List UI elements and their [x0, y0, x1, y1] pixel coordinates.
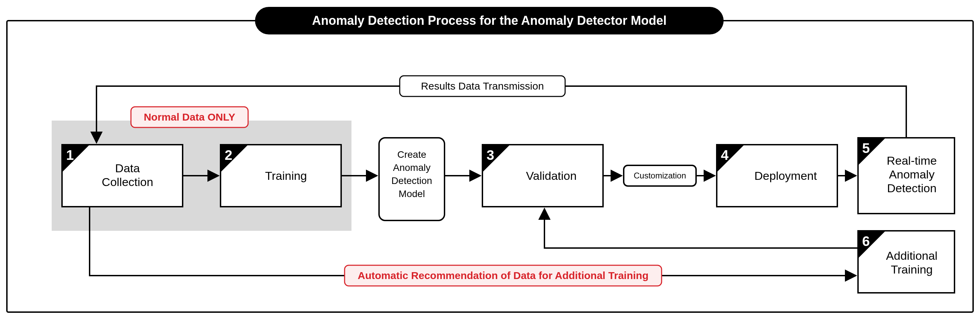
edge-6-to-3 [544, 209, 858, 248]
step-6-number: 6 [862, 233, 870, 249]
step-5-l2: Anomaly [889, 168, 934, 181]
step-3-number: 3 [487, 148, 494, 163]
step-1-label-1: Data [115, 162, 140, 175]
step-2-label: Training [265, 169, 307, 182]
step-6: 6 Additional Training [858, 231, 955, 293]
step-1-label-2: Collection [102, 175, 153, 189]
customization-node: Customization [624, 165, 696, 186]
step-1-number: 1 [66, 148, 74, 163]
create-model-l1: Create [397, 149, 426, 160]
step-5: 5 Real-time Anomaly Detection [858, 138, 955, 214]
customization-label: Customization [634, 171, 686, 180]
edge-results-label: Results Data Transmission [421, 80, 544, 92]
normal-data-tag: Normal Data ONLY [131, 107, 248, 127]
step-6-l2: Training [891, 263, 933, 276]
step-2: 2 Training [221, 145, 341, 207]
step-5-number: 5 [862, 141, 870, 156]
step-6-l1: Additional [886, 249, 937, 262]
create-model-l4: Model [399, 189, 425, 199]
step-3-label: Validation [526, 169, 577, 182]
step-4-label: Deployment [754, 169, 817, 182]
edge-results-label-box: Results Data Transmission [400, 76, 565, 97]
step-4-number: 4 [721, 148, 729, 163]
step-2-number: 2 [225, 148, 232, 163]
normal-data-tag-label: Normal Data ONLY [144, 111, 235, 123]
title: Anomaly Detection Process for the Anomal… [312, 13, 667, 27]
create-model-node: Create Anomaly Detection Model [379, 138, 444, 221]
step-5-l3: Detection [887, 181, 937, 195]
title-pill: Anomaly Detection Process for the Anomal… [255, 7, 724, 35]
step-5-l1: Real-time [887, 154, 937, 167]
step-3: 3 Validation [482, 145, 603, 207]
step-4: 4 Deployment [717, 145, 837, 207]
create-model-l2: Anomaly [393, 162, 431, 173]
step-1: 1 Data Collection [62, 145, 183, 207]
create-model-l3: Detection [391, 175, 432, 186]
edge-recommend-label: Automatic Recommendation of Data for Add… [358, 270, 649, 281]
edge-recommend-label-box: Automatic Recommendation of Data for Add… [345, 265, 662, 286]
